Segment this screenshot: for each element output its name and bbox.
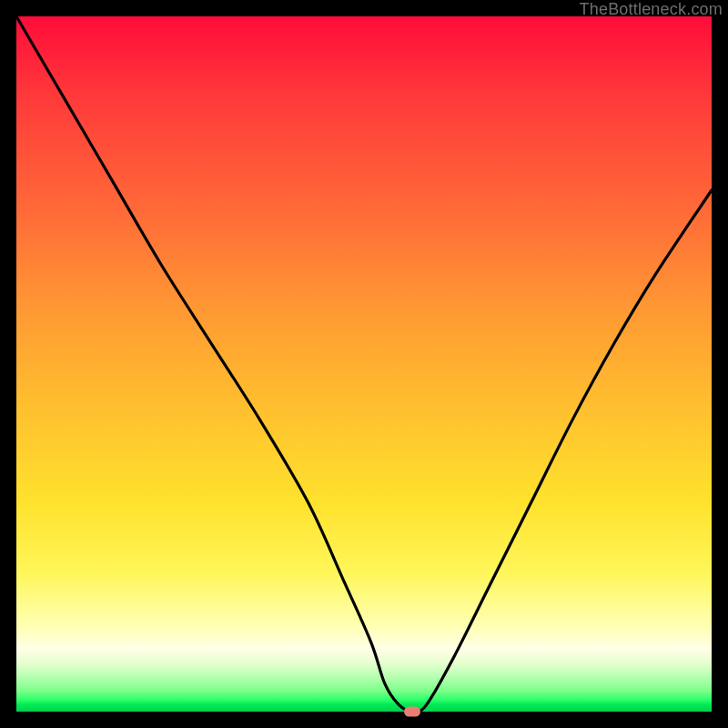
- plot-area: [16, 16, 712, 712]
- bottleneck-curve: [16, 16, 712, 712]
- optimum-marker: [404, 707, 420, 717]
- chart-frame: TheBottleneck.com: [0, 0, 728, 728]
